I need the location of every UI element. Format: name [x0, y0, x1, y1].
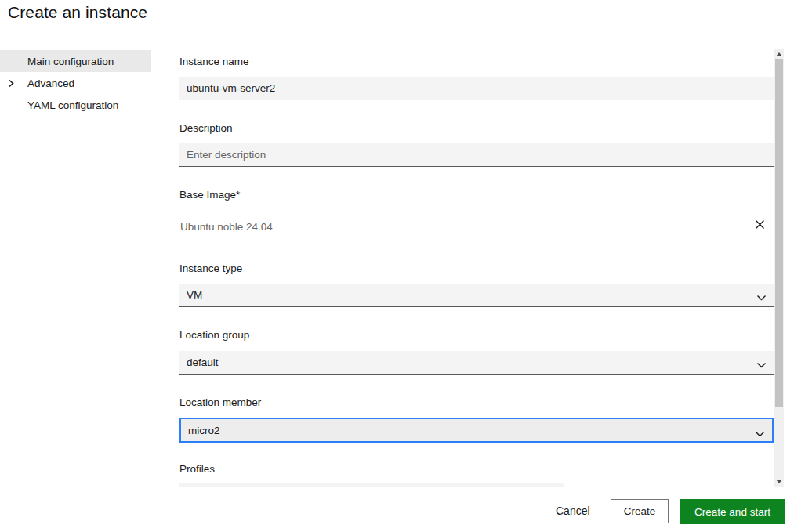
- location-member-value: micro2: [188, 425, 220, 436]
- x-icon: [754, 219, 766, 233]
- clear-base-image-button[interactable]: [750, 216, 769, 235]
- triangle-down-icon[interactable]: [776, 480, 782, 483]
- location-member-label: Location member: [179, 396, 261, 408]
- cancel-button[interactable]: Cancel: [556, 505, 590, 517]
- config-sidebar: Main configuration Advanced YAML configu…: [0, 50, 151, 116]
- create-and-start-button[interactable]: Create and start: [680, 499, 785, 524]
- instance-type-label: Instance type: [179, 262, 242, 274]
- base-image-value: Ubuntu noble 24.04: [180, 221, 273, 233]
- location-member-select[interactable]: micro2: [179, 418, 774, 443]
- create-instance-panel: Create an instance Main configuration Ad…: [0, 0, 794, 532]
- location-group-select[interactable]: default: [179, 351, 774, 375]
- sidebar-item-main-configuration[interactable]: Main configuration: [0, 50, 151, 72]
- sidebar-item-advanced[interactable]: Advanced: [0, 72, 151, 94]
- sidebar-item-label: Advanced: [27, 78, 74, 89]
- location-group-value: default: [187, 356, 219, 368]
- chevron-down-icon: [755, 429, 765, 440]
- base-image-label: Base Image*: [179, 189, 240, 201]
- instance-name-input[interactable]: [179, 77, 774, 100]
- description-label: Description: [179, 122, 233, 134]
- description-input[interactable]: [179, 143, 774, 167]
- instance-name-label: Instance name: [179, 56, 249, 67]
- chevron-down-icon: [756, 292, 767, 304]
- main-configuration-form: Instance name Description Base Image* Ub…: [179, 49, 774, 487]
- instance-type-value: VM: [187, 289, 202, 301]
- sidebar-item-yaml-configuration[interactable]: YAML configuration: [0, 94, 151, 116]
- instance-type-select[interactable]: VM: [179, 284, 774, 307]
- profiles-select-partial[interactable]: [179, 483, 564, 487]
- vertical-scrollbar[interactable]: [774, 49, 784, 487]
- location-group-label: Location group: [179, 329, 249, 341]
- create-button[interactable]: Create: [611, 499, 669, 523]
- page-title: Create an instance: [8, 3, 147, 22]
- scrollbar-thumb[interactable]: [775, 59, 783, 407]
- triangle-up-icon[interactable]: [776, 52, 782, 56]
- chevron-right-icon: [7, 78, 16, 90]
- profiles-label: Profiles: [179, 463, 215, 475]
- chevron-down-icon: [756, 360, 767, 371]
- sidebar-item-label: Main configuration: [27, 56, 114, 67]
- sidebar-item-label: YAML configuration: [27, 100, 118, 111]
